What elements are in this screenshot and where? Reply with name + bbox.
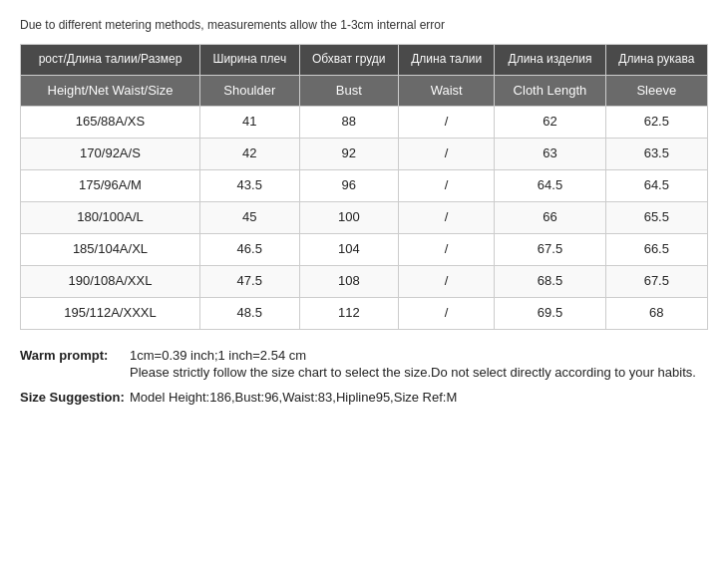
table-cell: 45: [199, 202, 299, 234]
table-cell: 112: [299, 297, 398, 329]
col-header-ru-bust: Обхват груди: [299, 45, 398, 76]
table-cell: 69.5: [495, 297, 605, 329]
table-cell: 92: [299, 139, 398, 170]
table-cell: 185/104A/XL: [21, 234, 200, 266]
table-cell: 195/112A/XXXL: [21, 297, 200, 329]
table-cell: 47.5: [199, 265, 299, 297]
table-cell: 63: [495, 139, 605, 170]
warm-prompt-row: Warm prompt: 1cm=0.39 inch;1 inch=2.54 c…: [20, 348, 708, 382]
table-cell: 96: [299, 170, 398, 202]
col-header-en-shoulder: Shoulder: [199, 75, 299, 107]
table-cell: /: [398, 170, 494, 202]
warm-prompt-line2: Please strictly follow the size chart to…: [130, 365, 708, 380]
warm-prompt-line1: 1cm=0.39 inch;1 inch=2.54 cm: [130, 348, 708, 363]
table-cell: 100: [299, 202, 398, 234]
col-header-ru-size: рост/Длина талии/Размер: [21, 45, 200, 76]
table-cell: 165/88A/XS: [21, 107, 200, 139]
size-table-body: 165/88A/XS4188/6262.5170/92A/S4292/6363.…: [21, 107, 708, 329]
table-cell: 65.5: [605, 202, 707, 234]
col-header-ru-sleeve: Длина рукава: [605, 45, 707, 76]
table-row: 170/92A/S4292/6363.5: [21, 139, 708, 170]
table-cell: 64.5: [495, 170, 605, 202]
col-header-en-waist: Waist: [398, 75, 494, 107]
col-header-en-cloth-length: Cloth Length: [495, 75, 605, 107]
table-cell: 48.5: [199, 297, 299, 329]
table-cell: 180/100A/L: [21, 202, 200, 234]
table-cell: /: [398, 107, 494, 139]
table-cell: 190/108A/XXL: [21, 265, 200, 297]
table-cell: 67.5: [605, 265, 707, 297]
table-row: 165/88A/XS4188/6262.5: [21, 107, 708, 139]
col-header-ru-length: Длина изделия: [495, 45, 605, 76]
table-cell: 62.5: [605, 107, 707, 139]
table-row: 190/108A/XXL47.5108/68.567.5: [21, 265, 708, 297]
table-cell: 104: [299, 234, 398, 266]
table-cell: 62: [495, 107, 605, 139]
table-cell: 175/96A/M: [21, 170, 200, 202]
table-cell: 170/92A/S: [21, 139, 200, 170]
table-cell: 41: [199, 107, 299, 139]
table-cell: 88: [299, 107, 398, 139]
table-cell: /: [398, 297, 494, 329]
table-row: 180/100A/L45100/6665.5: [21, 202, 708, 234]
table-cell: 108: [299, 265, 398, 297]
table-row: 185/104A/XL46.5104/67.566.5: [21, 234, 708, 266]
table-cell: 46.5: [199, 234, 299, 266]
table-cell: /: [398, 202, 494, 234]
table-cell: 63.5: [605, 139, 707, 170]
table-cell: 67.5: [495, 234, 605, 266]
table-cell: /: [398, 265, 494, 297]
header-row-ru: рост/Длина талии/Размер Ширина плеч Обхв…: [21, 45, 708, 76]
table-row: 175/96A/M43.596/64.564.5: [21, 170, 708, 202]
table-cell: /: [398, 139, 494, 170]
table-cell: 43.5: [199, 170, 299, 202]
col-header-en-size: Height/Net Waist/Size: [21, 75, 200, 107]
size-suggestion-text: Model Height:186,Bust:96,Waist:83,Hiplin…: [130, 390, 708, 405]
table-cell: 66.5: [605, 234, 707, 266]
notice-text: Due to different metering methods, measu…: [20, 18, 708, 32]
col-header-en-bust: Bust: [299, 75, 398, 107]
size-chart-table: рост/Длина талии/Размер Ширина плеч Обхв…: [20, 44, 708, 330]
warm-prompt-label: Warm prompt:: [20, 348, 130, 363]
table-cell: /: [398, 234, 494, 266]
footer-section: Warm prompt: 1cm=0.39 inch;1 inch=2.54 c…: [20, 348, 708, 407]
col-header-en-sleeve: Sleeve: [605, 75, 707, 107]
table-cell: 68.5: [495, 265, 605, 297]
warm-prompt-content: 1cm=0.39 inch;1 inch=2.54 cm Please stri…: [130, 348, 708, 382]
table-cell: 42: [199, 139, 299, 170]
size-suggestion-content: Model Height:186,Bust:96,Waist:83,Hiplin…: [130, 390, 708, 407]
col-header-ru-waist: Длина талии: [398, 45, 494, 76]
size-suggestion-row: Size Suggestion: Model Height:186,Bust:9…: [20, 390, 708, 407]
header-row-en: Height/Net Waist/Size Shoulder Bust Wais…: [21, 75, 708, 107]
table-cell: 68: [605, 297, 707, 329]
table-cell: 64.5: [605, 170, 707, 202]
col-header-ru-shoulder: Ширина плеч: [199, 45, 299, 76]
table-row: 195/112A/XXXL48.5112/69.568: [21, 297, 708, 329]
table-cell: 66: [495, 202, 605, 234]
size-suggestion-label: Size Suggestion:: [20, 390, 130, 405]
